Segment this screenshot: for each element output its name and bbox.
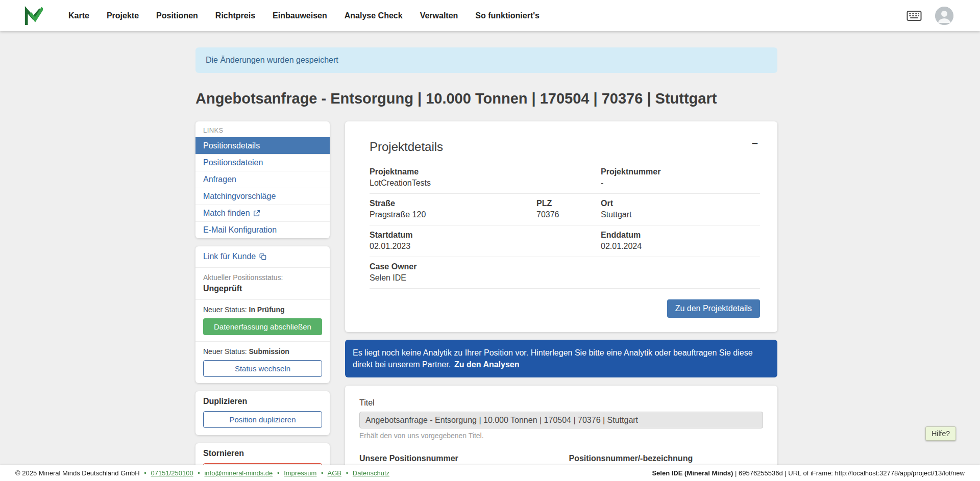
titel-label: Titel (359, 398, 763, 408)
analytics-banner-text: Es liegt noch keine Analytik zu Ihrer Po… (353, 348, 753, 369)
current-status-value: Ungeprüft (203, 284, 322, 293)
titel-field-group: Titel Erhält den von uns vorgegebenen Ti… (359, 398, 763, 440)
field-projektname: Projektname LotCreationTests (370, 167, 601, 188)
complete-data-entry-button[interactable]: Datenerfassung abschließen (203, 318, 322, 335)
field-plz: PLZ 70376 (536, 199, 601, 219)
keyboard-shortcuts-button[interactable] (906, 10, 922, 21)
user-avatar[interactable] (935, 7, 953, 25)
new-status-value: In Prüfung (249, 306, 285, 314)
duplicate-card: Duplizieren Position duplizieren (195, 391, 330, 435)
footer-left: © 2025 Mineral Minds Deutschland GmbH • … (15, 469, 389, 477)
field-projektnummer: Projektnummer - (601, 167, 760, 188)
footer-phone-link[interactable]: 07151/250100 (151, 469, 193, 477)
field-enddatum: Enddatum 02.01.2024 (601, 231, 760, 251)
project-details-card: Projektdetails − Projektname LotCreation… (345, 121, 777, 332)
page-title: Angebotsanfrage - Entsorgung | 10.000 To… (195, 90, 777, 107)
session-details: | 69576255536d | URL of iFrame: http://l… (733, 469, 965, 477)
nav-item-einbauweisen[interactable]: Einbauweisen (273, 11, 327, 20)
title-divider (195, 114, 777, 114)
external-link-icon (253, 210, 260, 217)
sidebar-item-label: Match finden (203, 209, 250, 218)
top-navbar: Karte Projekte Positionen Richtpreis Ein… (0, 0, 980, 31)
field-label: Projektnummer (601, 167, 760, 176)
field-ort: Ort Stuttgart (601, 199, 760, 219)
go-to-analyses-link[interactable]: Zu den Analysen (454, 360, 519, 369)
customer-link[interactable]: Link für Kunde (203, 252, 266, 261)
new-status-label: Neuer Status: (203, 306, 247, 314)
sidebar-item-anfragen[interactable]: Anfragen (195, 171, 330, 188)
footer-session-info: Selen IDE (Mineral Minds) | 69576255536d… (652, 469, 965, 477)
person-icon (935, 7, 953, 25)
new-status-value: Submission (249, 347, 289, 356)
keyboard-icon (906, 10, 922, 21)
field-label: Enddatum (601, 231, 760, 240)
current-status-label: Aktueller Positionsstatus: (203, 273, 322, 282)
sidebar-item-email-konfiguration[interactable]: E-Mail Konfiguration (195, 221, 330, 238)
field-label: Case Owner (370, 262, 760, 271)
sidebar-item-match-finden[interactable]: Match finden (195, 205, 330, 221)
footer-email-link[interactable]: info@mineral-minds.de (204, 469, 273, 477)
field-label: Ort (601, 199, 760, 208)
status-card: Link für Kunde Aktueller Positionsstatus… (195, 246, 330, 383)
copyright-text: © 2025 Mineral Minds Deutschland GmbH (15, 469, 140, 477)
change-status-button[interactable]: Status wechseln (203, 360, 322, 377)
sidebar-item-matchingvorschlaege[interactable]: Matchingvorschläge (195, 188, 330, 205)
help-button[interactable]: Hilfe? (925, 426, 956, 441)
custom-number-label: Positionsnummer/-bezeichnung (569, 454, 764, 463)
field-value: Selen IDE (370, 273, 760, 283)
project-details-title: Projektdetails (370, 140, 760, 154)
nav-item-verwalten[interactable]: Verwalten (420, 11, 458, 20)
nav-item-projekte[interactable]: Projekte (107, 11, 139, 20)
field-label: Projektname (370, 167, 601, 176)
saved-alert: Die Änderungen wurden gespeichert (195, 47, 777, 73)
navbar-right (906, 7, 953, 25)
left-sidebar: LINKS Positionsdetails Positionsdateien … (195, 121, 330, 481)
field-value: 02.01.2023 (370, 242, 601, 251)
field-case-owner: Case Owner Selen IDE (370, 262, 760, 283)
page-container: Die Änderungen wurden gespeichert Angebo… (195, 47, 777, 481)
customer-link-label: Link für Kunde (203, 252, 256, 261)
session-user: Selen IDE (Mineral Minds) (652, 469, 733, 477)
sidebar-item-positionsdetails[interactable]: Positionsdetails (195, 137, 330, 154)
separator: • (321, 469, 324, 477)
analytics-banner: Es liegt noch keine Analytik zu Ihrer Po… (345, 340, 777, 377)
separator: • (144, 469, 146, 477)
footer-datenschutz-link[interactable]: Datenschutz (353, 469, 389, 477)
nav-item-positionen[interactable]: Positionen (156, 11, 198, 20)
field-value: 02.01.2024 (601, 242, 760, 251)
separator: • (277, 469, 280, 477)
nav-item-richtpreis[interactable]: Richtpreis (215, 11, 255, 20)
mineral-minds-logo-icon (23, 6, 43, 26)
go-to-project-details-button[interactable]: Zu den Projektdetails (667, 299, 760, 318)
footer-impressum-link[interactable]: Impressum (284, 469, 316, 477)
field-label: Straße (370, 199, 536, 208)
new-status-line-1: Neuer Status: In Prüfung (203, 306, 322, 314)
duplicate-position-button[interactable]: Position duplizieren (203, 411, 322, 428)
new-status-label: Neuer Status: (203, 347, 247, 356)
titel-input (359, 412, 763, 428)
field-value: 70376 (536, 210, 601, 219)
links-header: LINKS (195, 121, 330, 137)
footer: © 2025 Mineral Minds Deutschland GmbH • … (0, 465, 980, 481)
duplicate-title: Duplizieren (203, 397, 322, 406)
footer-agb-link[interactable]: AGB (328, 469, 341, 477)
field-strasse: Straße Pragstraße 120 (370, 199, 536, 219)
separator: • (346, 469, 349, 477)
new-status-line-2: Neuer Status: Submission (203, 347, 322, 356)
collapse-icon[interactable]: − (752, 138, 758, 148)
cancel-title: Stornieren (203, 449, 322, 458)
field-value: Stuttgart (601, 210, 760, 219)
nav-item-analyse-check[interactable]: Analyse Check (345, 11, 403, 20)
project-details-grid: Projektname LotCreationTests Projektnumm… (370, 162, 760, 289)
brand-logo[interactable] (23, 6, 43, 26)
field-startdatum: Startdatum 02.01.2023 (370, 231, 601, 251)
nav-item-karte[interactable]: Karte (68, 11, 89, 20)
links-card: LINKS Positionsdetails Positionsdateien … (195, 121, 330, 238)
nav-item-so-funktionierts[interactable]: So funktioniert's (475, 11, 540, 20)
sidebar-item-positionsdateien[interactable]: Positionsdateien (195, 154, 330, 171)
field-value: LotCreationTests (370, 179, 601, 188)
our-number-label: Unsere Positionsnummer (359, 454, 554, 463)
field-value: - (601, 179, 760, 188)
field-value: Pragstraße 120 (370, 210, 536, 219)
copy-icon (259, 253, 266, 260)
